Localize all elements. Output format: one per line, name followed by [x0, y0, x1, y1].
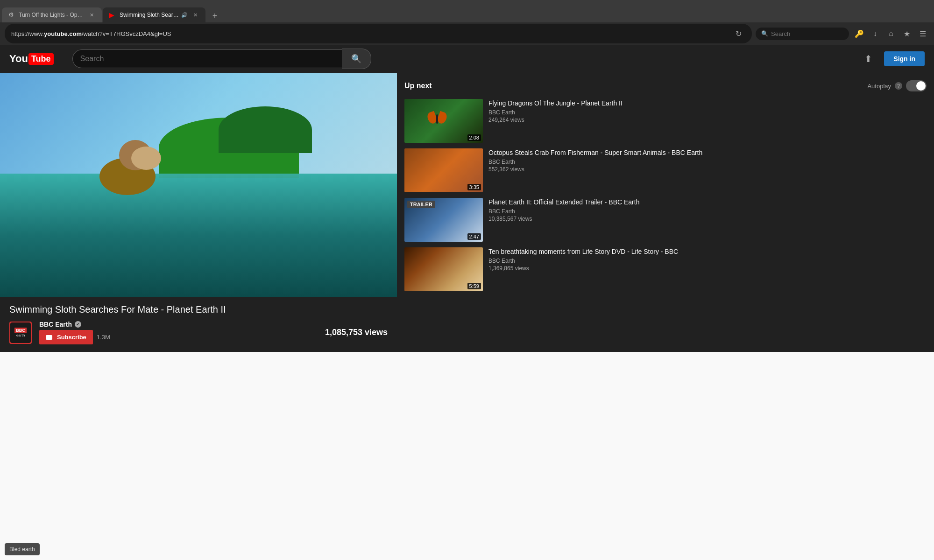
youtube-search-button[interactable]: 🔍: [342, 49, 371, 69]
bbc-earth-logo: BBC earth: [10, 322, 31, 343]
video-channel-1: BBC Earth: [488, 109, 927, 116]
view-count: 1,085,753 views: [325, 328, 388, 337]
video-thumb-2: 3:35: [404, 148, 483, 192]
video-views-1: 249,264 views: [488, 117, 927, 123]
tab-audio-icon: 🔊: [181, 12, 188, 18]
channel-name: BBC Earth ✓: [39, 321, 110, 328]
channel-avatar: BBC earth: [9, 322, 32, 344]
video-player[interactable]: [0, 73, 397, 297]
bbc-text: BBC: [14, 328, 27, 333]
tab-youtube[interactable]: ▶ Swimming Sloth Searches 🔊 ✕: [103, 7, 205, 22]
video-info: Swimming Sloth Searches For Mate - Plane…: [0, 297, 397, 352]
video-title-1: Flying Dragons Of The Jungle - Planet Ea…: [488, 99, 927, 107]
video-duration-4: 5:59: [467, 283, 481, 289]
video-thumb-3: TRAILER 2:47: [404, 198, 483, 242]
up-next-label: Up next: [404, 82, 432, 90]
tab-options-close[interactable]: ✕: [88, 11, 95, 19]
download-icon[interactable]: ↓: [869, 27, 882, 40]
video-meta: BBC earth BBC Earth ✓ Subscribe: [9, 321, 388, 344]
youtube-app: YouTube 🔍 ⬆ Sign in: [0, 45, 934, 352]
new-tab-button[interactable]: +: [208, 9, 221, 22]
video-thumb-1: 2:08: [404, 99, 483, 143]
autoplay-toggle-knob: [916, 81, 926, 91]
video-title-4: Ten breathtaking moments from Life Story…: [488, 247, 927, 256]
tab-options[interactable]: ⚙ Turn Off the Lights - Options ✕: [2, 7, 102, 22]
butterfly-icon: [428, 112, 446, 126]
youtube-content: Swimming Sloth Searches For Mate - Plane…: [0, 73, 934, 352]
home-icon[interactable]: ⌂: [884, 27, 898, 40]
video-info-3: Planet Earth II: Official Extended Trail…: [488, 198, 927, 242]
video-info-1: Flying Dragons Of The Jungle - Planet Ea…: [488, 99, 927, 143]
subscribe-area: Subscribe 1.3M: [39, 330, 110, 344]
video-info-2: Octopus Steals Crab From Fisherman - Sup…: [488, 148, 927, 192]
youtube-search-input[interactable]: [72, 49, 342, 68]
autoplay-info-icon[interactable]: ?: [895, 82, 902, 90]
tab-bar: ⚙ Turn Off the Lights - Options ✕ ▶ Swim…: [0, 0, 934, 22]
address-bar: https://www.youtube.com/watch?v=T7HGSvcz…: [0, 22, 934, 45]
video-title-3: Planet Earth II: Official Extended Trail…: [488, 198, 927, 206]
youtube-search-bar: 🔍: [72, 49, 371, 69]
youtube-logo[interactable]: YouTube: [9, 53, 54, 65]
browser-search-icon: 🔍: [761, 30, 768, 37]
video-card-2[interactable]: 3:35 Octopus Steals Crab From Fisherman …: [404, 148, 927, 192]
autoplay-label: Autoplay: [867, 83, 891, 90]
video-main-area: Swimming Sloth Searches For Mate - Plane…: [0, 73, 397, 352]
tab-youtube-label: Swimming Sloth Searches: [120, 12, 179, 18]
youtube-header-actions: ⬆ Sign in: [860, 50, 925, 67]
logo-tube: Tube: [28, 53, 54, 65]
upload-button[interactable]: ⬆: [860, 50, 877, 67]
video-thumb-4: 5:59: [404, 247, 483, 291]
tab-youtube-favicon: ▶: [109, 11, 117, 19]
browser-search-input[interactable]: [771, 30, 836, 37]
video-card-4[interactable]: 5:59 Ten breathtaking moments from Life …: [404, 247, 927, 291]
video-title-2: Octopus Steals Crab From Fisherman - Sup…: [488, 148, 927, 157]
video-card-1[interactable]: 2:08 Flying Dragons Of The Jungle - Plan…: [404, 99, 927, 143]
url-text: https://www.youtube.com/watch?v=T7HGSvcz…: [11, 30, 731, 37]
video-title: Swimming Sloth Searches For Mate - Plane…: [9, 304, 388, 315]
video-island2: [219, 106, 312, 153]
tab-options-favicon: ⚙: [8, 11, 16, 19]
autoplay-controls: Autoplay ?: [867, 80, 927, 91]
video-channel-3: BBC Earth: [488, 208, 927, 215]
video-duration-3: 2:47: [467, 233, 481, 240]
up-next-header: Up next Autoplay ?: [404, 80, 927, 91]
video-duration-1: 2:08: [467, 134, 481, 141]
browser-search-container: 🔍: [756, 28, 849, 40]
video-card-3[interactable]: TRAILER 2:47 Planet Earth II: Official E…: [404, 198, 927, 242]
url-bar[interactable]: https://www.youtube.com/watch?v=T7HGSvcz…: [5, 24, 752, 43]
video-views-3: 10,385,567 views: [488, 216, 927, 222]
video-water: [0, 174, 397, 297]
youtube-header: YouTube 🔍 ⬆ Sign in: [0, 45, 934, 73]
video-scene: [0, 73, 397, 297]
tab-youtube-close[interactable]: ✕: [191, 11, 199, 19]
youtube-sidebar: Up next Autoplay ? 2:08: [397, 73, 934, 352]
tab-options-label: Turn Off the Lights - Options: [19, 12, 84, 18]
menu-icon[interactable]: ☰: [916, 27, 929, 40]
logo-you: You: [9, 53, 28, 65]
earth-text: earth: [16, 333, 25, 337]
autoplay-toggle[interactable]: [906, 80, 927, 91]
sloth-face: [131, 147, 161, 170]
subscriber-count: 1.3M: [97, 334, 110, 341]
video-views-4: 1,369,865 views: [488, 265, 927, 272]
video-channel-4: BBC Earth: [488, 258, 927, 264]
bookmark-icon[interactable]: ★: [900, 27, 913, 40]
video-badge-3: TRAILER: [407, 201, 435, 208]
video-channel-2: BBC Earth: [488, 159, 927, 165]
subscribe-button[interactable]: Subscribe: [39, 330, 93, 344]
video-info-4: Ten breathtaking moments from Life Story…: [488, 247, 927, 291]
bottom-label: Bled earth: [5, 543, 40, 555]
video-duration-2: 3:35: [467, 184, 481, 190]
lock-icon: 🔑: [853, 27, 866, 40]
video-views-2: 552,362 views: [488, 166, 927, 173]
reload-button[interactable]: ↻: [731, 27, 745, 41]
verified-badge: ✓: [75, 321, 81, 328]
browser-actions: 🔑 ↓ ⌂ ★ ☰: [853, 27, 929, 40]
channel-info: BBC Earth ✓ Subscribe 1.3M: [39, 321, 110, 344]
browser-chrome: ⚙ Turn Off the Lights - Options ✕ ▶ Swim…: [0, 0, 934, 45]
sign-in-button[interactable]: Sign in: [884, 51, 925, 66]
